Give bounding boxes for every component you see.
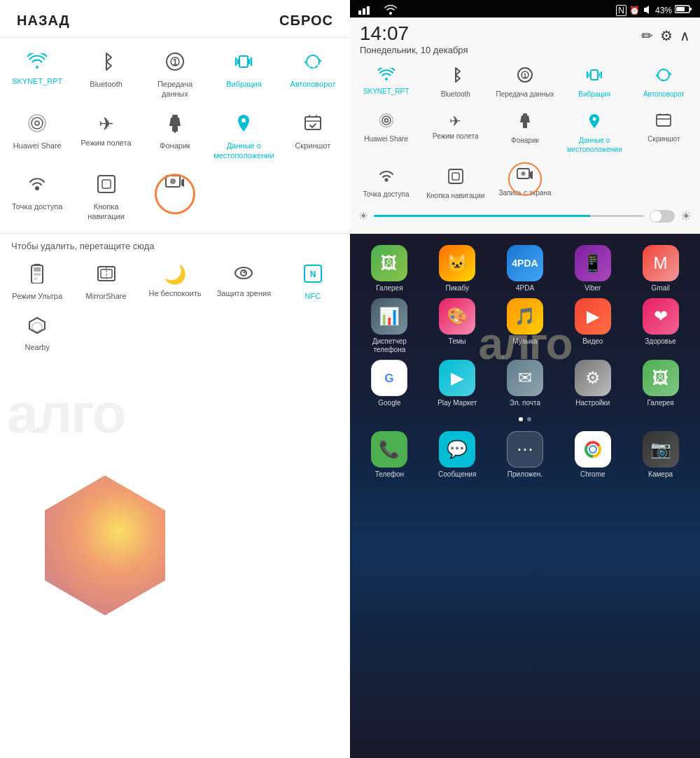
eye-care-icon: [234, 264, 253, 286]
tile-autorotate[interactable]: Автоповорот: [279, 46, 347, 105]
tile-vibration[interactable]: Вибрация: [209, 46, 278, 105]
app-health[interactable]: ❤ Здоровье: [626, 298, 694, 354]
svg-rect-51: [591, 70, 598, 80]
tile-airplane[interactable]: ✈ Режим полета: [71, 108, 140, 167]
app-pikabu[interactable]: 🐱 Пикабу: [424, 245, 491, 293]
dock-camera[interactable]: 📷 Камера: [626, 431, 694, 479]
tile-flashlight[interactable]: Фонарик: [141, 108, 209, 167]
app-dispatcher[interactable]: 📊 Диспетчер телефона: [356, 298, 424, 354]
watermark-area: алго: [0, 360, 350, 758]
qp-tile-screen-record[interactable]: Запись с экрана: [490, 164, 559, 204]
svg-point-66: [384, 178, 388, 181]
qp-tile-huawei-share-label: Huawei Share: [364, 134, 408, 143]
tile-wifi[interactable]: SKYNET_RPT: [3, 46, 71, 105]
app-grid-row3: G Google ▶ Play Маркет ✉ Эл. почта ⚙ Нас…: [350, 360, 700, 413]
tile-bluetooth[interactable]: Bluetooth: [71, 46, 140, 105]
hotspot-icon: [27, 174, 47, 199]
play-label: Play Маркет: [438, 399, 477, 407]
qp-tiles-row3: Точка доступа Кнопка навигации Запись с …: [350, 160, 700, 206]
dock-messages[interactable]: 💬 Сообщения: [424, 431, 491, 479]
app-music[interactable]: 🎵 Музыка: [491, 298, 559, 354]
app-themes[interactable]: 🎨 Темы: [424, 298, 491, 354]
brightness-toggle[interactable]: [650, 210, 675, 223]
qp-tile-flashlight[interactable]: Фонарик: [490, 108, 559, 158]
qp-tile-vibration[interactable]: Вибрация: [560, 62, 629, 103]
qp-tile-screenshot-label: Скриншот: [648, 134, 680, 143]
tile-location[interactable]: Данные о местоположении: [209, 108, 278, 167]
google-label: Google: [378, 399, 400, 407]
qp-huawei-share-icon: [379, 113, 394, 132]
brightness-track[interactable]: [374, 215, 644, 217]
back-button[interactable]: НАЗАД: [17, 13, 70, 29]
app-play[interactable]: ▶ Play Маркет: [424, 360, 491, 407]
qp-tile-autorotate[interactable]: Автоповорот: [629, 62, 699, 103]
dock-phone[interactable]: 📞 Телефон: [356, 431, 424, 479]
tile-screen-record[interactable]: [141, 169, 209, 227]
tile-huawei-share[interactable]: Huawei Share: [3, 108, 71, 167]
4pda-icon: 4PDA: [507, 245, 543, 281]
app-viber[interactable]: 📱 Viber: [559, 245, 626, 293]
qp-location-icon: [587, 113, 601, 134]
app-google[interactable]: G Google: [356, 360, 424, 407]
location-icon: [235, 113, 252, 138]
qp-controls: ✏ ⚙ ∧: [641, 23, 690, 44]
status-icons: N ⏰ 43%: [616, 4, 692, 16]
qp-tile-hotspot[interactable]: Точка доступа: [351, 164, 421, 204]
qp-tile-airplane[interactable]: ✈ Режим полета: [421, 108, 490, 158]
tile-mirrorshare[interactable]: MirrorShare: [71, 258, 140, 307]
svg-marker-70: [530, 171, 533, 179]
svg-marker-39: [29, 318, 45, 333]
tile-vibration-label: Вибрация: [226, 79, 261, 89]
tile-nearby-label: Nearby: [24, 342, 49, 352]
dock-chrome[interactable]: Chrome: [559, 431, 626, 479]
nav-button-icon: [97, 174, 116, 199]
qp-tile-data[interactable]: 1 Передача данных: [490, 62, 559, 103]
watermark-hex: [35, 475, 175, 615]
qp-tile-nav-button[interactable]: Кнопка навигации: [421, 164, 490, 204]
svg-rect-14: [172, 115, 178, 118]
tile-hotspot[interactable]: Точка доступа: [3, 169, 71, 227]
qp-vibration-icon: [586, 66, 603, 87]
app-gmail[interactable]: M Gmail: [626, 245, 694, 293]
themes-icon: 🎨: [439, 298, 475, 335]
tile-ultra-mode[interactable]: Режим Ультра: [3, 258, 71, 307]
svg-rect-46: [676, 7, 685, 11]
tile-ultra-mode-label: Режим Ультра: [12, 291, 62, 301]
left-panel: НАЗАД СБРОС SKYNET_RPT Bluetooth 1 Перед…: [0, 0, 350, 758]
qp-tile-wifi[interactable]: SKYNET_RPT: [351, 62, 421, 103]
app-gallery2[interactable]: 🖼 Галерея: [626, 360, 694, 407]
app-gallery[interactable]: 🖼 Галерея: [356, 245, 424, 293]
dock-applist[interactable]: ⋯ Приложен.: [491, 431, 559, 479]
svg-text:1: 1: [523, 72, 526, 79]
app-video[interactable]: ▶ Видео: [559, 298, 626, 354]
reset-button[interactable]: СБРОС: [279, 13, 333, 29]
tile-nfc[interactable]: N NFC: [279, 258, 347, 307]
qp-tile-screenshot[interactable]: Скриншот: [629, 108, 699, 158]
tile-data[interactable]: 1 Передача данных: [141, 46, 209, 105]
status-battery-icon: [675, 4, 692, 16]
dispatcher-icon: 📊: [371, 298, 407, 335]
messages-label: Сообщения: [438, 470, 476, 479]
dnd-icon: 🌙: [164, 264, 186, 286]
tile-eye-care[interactable]: Защита зрения: [209, 258, 278, 307]
tile-huawei-share-label: Huawei Share: [13, 141, 62, 150]
qp-tile-location[interactable]: Данные о местоположении: [560, 108, 629, 158]
status-volume: [643, 4, 652, 16]
tile-nearby[interactable]: Nearby: [3, 311, 71, 358]
tile-dnd[interactable]: 🌙 Не беспокоить: [141, 258, 209, 307]
edit-icon[interactable]: ✏: [641, 27, 653, 44]
app-4pda[interactable]: 4PDA 4PDA: [491, 245, 559, 293]
collapse-icon[interactable]: ∧: [680, 27, 690, 44]
brightness-low-icon: ☀: [358, 209, 368, 223]
tile-screenshot[interactable]: Скриншот: [279, 108, 347, 167]
svg-point-18: [241, 118, 246, 122]
tile-nav-button[interactable]: Кнопка навигации: [71, 169, 140, 227]
qp-tile-huawei-share[interactable]: Huawei Share: [351, 108, 421, 158]
qp-tile-bluetooth[interactable]: Bluetooth: [421, 62, 490, 103]
settings-icon[interactable]: ⚙: [660, 27, 673, 44]
svg-rect-68: [452, 173, 459, 180]
app-mail[interactable]: ✉ Эл. почта: [491, 360, 559, 407]
qp-airplane-icon: ✈: [449, 113, 461, 129]
app-settings[interactable]: ⚙ Настройки: [559, 360, 626, 407]
music-label: Музыка: [512, 337, 537, 346]
